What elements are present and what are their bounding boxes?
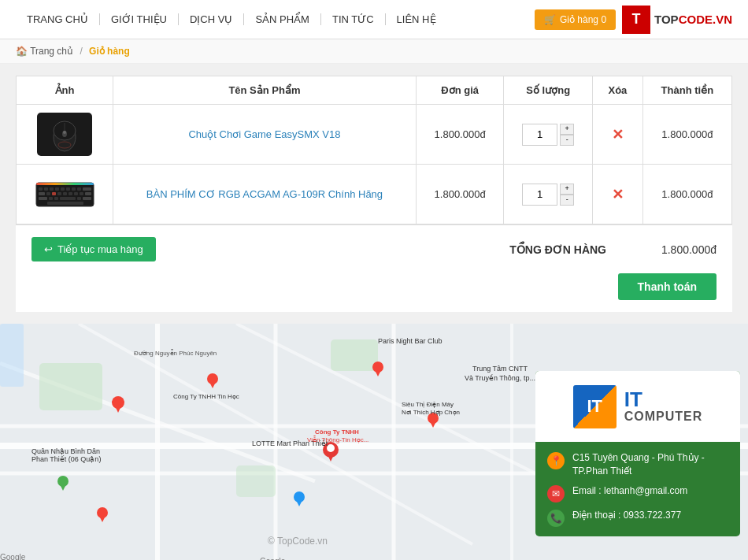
info-logo-area: IT IT COMPUTER <box>535 371 740 442</box>
nav-about[interactable]: GIỚI THIỆU <box>100 13 179 25</box>
checkout-button[interactable]: Thanh toán <box>618 273 717 300</box>
company-logo: IT IT COMPUTER <box>573 385 703 428</box>
col-image: Ảnh <box>17 76 113 105</box>
back-arrow-icon: ↩ <box>44 243 53 255</box>
qty-input-2[interactable] <box>522 184 557 206</box>
qty-btns-1: + - <box>560 124 574 146</box>
email-icon: ✉ <box>547 485 565 503</box>
continue-label: Tiếp tục mua hàng <box>57 243 143 255</box>
phone-icon: 📞 <box>547 510 565 527</box>
svg-rect-20 <box>57 192 61 195</box>
product-name-2: BÀN PHÍM CƠ RGB ACGAM AG-109R Chính Hãng <box>113 165 417 224</box>
phone-text: Điện thoại : 0933.722.377 <box>572 509 681 522</box>
it-logo-text: IT <box>587 396 602 417</box>
svg-text:Viễn Thông-Tin Học...: Viễn Thông-Tin Học... <box>307 436 368 443</box>
cart-button[interactable]: 🛒 Giỏ hàng 0 <box>535 9 616 30</box>
qty-group-1: + - <box>516 124 580 146</box>
svg-rect-16 <box>83 187 91 191</box>
nav-service[interactable]: DỊCH VỤ <box>179 13 244 25</box>
email-row: ✉ Email : lethanh@gmail.com <box>547 484 728 503</box>
continue-shopping-button[interactable]: ↩ Tiếp tục mua hàng <box>31 237 156 261</box>
checkout-row: Thanh toán <box>16 273 732 312</box>
qty-input-1[interactable] <box>522 124 557 146</box>
product-image-1 <box>17 105 113 165</box>
svg-rect-7 <box>36 183 94 185</box>
col-qty: Số lượng <box>504 76 593 105</box>
col-total: Thành tiền <box>642 76 731 105</box>
address-row: 📍 C15 Tuyên Quang - Phú Thủy - TP.Phan T… <box>547 451 728 478</box>
svg-rect-10 <box>50 187 54 191</box>
cart-row-2: BÀN PHÍM CƠ RGB ACGAM AG-109R Chính Hãng… <box>17 165 732 224</box>
svg-rect-32 <box>47 202 83 205</box>
svg-text:Nơi Thích Hợp Chọn: Nơi Thích Hợp Chọn <box>402 409 460 416</box>
company-name-text: IT COMPUTER <box>624 389 703 424</box>
svg-text:Công Ty TNHH Tin Học: Công Ty TNHH Tin Học <box>173 393 239 400</box>
product-link-2[interactable]: BÀN PHÍM CƠ RGB ACGAM AG-109R Chính Hãng <box>146 188 383 200</box>
svg-rect-29 <box>60 197 76 200</box>
header: TRANG CHỦ GIỚI THIỆU DỊCH VỤ SẢN PHẨM TI… <box>0 0 748 39</box>
mouse-img <box>37 113 92 156</box>
info-card-body: 📍 C15 Tuyên Quang - Phú Thủy - TP.Phan T… <box>535 442 740 536</box>
qty-down-2[interactable]: - <box>560 195 574 206</box>
svg-text:Paris Night Bar Club: Paris Night Bar Club <box>378 337 443 345</box>
col-price: Đơn giá <box>416 76 504 105</box>
header-right: 🛒 Giỏ hàng 0 T TOPCODE.VN <box>535 6 732 34</box>
breadcrumb-current: Giỏ hàng <box>89 46 130 57</box>
map-section: Quân Nhậu Bình Dân Phan Thiết (06 Quận) … <box>0 324 748 560</box>
qty-up-2[interactable]: + <box>560 184 574 195</box>
delete-button-1[interactable]: ✕ <box>612 126 624 143</box>
breadcrumb-sep: / <box>80 46 82 57</box>
svg-text:Và Truyền Thông, tp...: Và Truyền Thông, tp... <box>465 374 535 382</box>
keyboard-img <box>35 172 94 216</box>
product-price-2: 1.800.000đ <box>416 165 504 224</box>
svg-rect-21 <box>63 192 67 195</box>
cart-row-1: Chuột Chơi Game EasySMX V18 1.800.000đ +… <box>17 105 732 165</box>
svg-rect-18 <box>46 192 50 195</box>
svg-rect-30 <box>77 197 81 200</box>
cart-icon: 🛒 <box>544 14 556 25</box>
svg-text:Quân Nhậu Bình Dân: Quân Nhậu Bình Dân <box>31 447 100 455</box>
nav-products[interactable]: SẢN PHẨM <box>244 13 321 25</box>
site-logo: T TOPCODE.VN <box>622 6 732 34</box>
svg-point-50 <box>327 444 335 452</box>
home-icon: 🏠 <box>16 46 28 57</box>
product-name-1: Chuột Chơi Game EasySMX V18 <box>113 105 417 165</box>
svg-rect-22 <box>69 192 72 195</box>
svg-rect-46 <box>236 465 276 497</box>
product-qty-1: + - <box>504 105 593 165</box>
qty-down-1[interactable]: - <box>560 135 574 146</box>
nav-contact[interactable]: LIÊN HỆ <box>386 13 447 25</box>
breadcrumb-home[interactable]: Trang chủ <box>30 46 73 57</box>
logo-icon-box: T <box>622 6 650 34</box>
svg-text:© TopCode.vn: © TopCode.vn <box>268 536 328 547</box>
nav-home[interactable]: TRANG CHỦ <box>16 13 100 25</box>
qty-btns-2: + - <box>560 184 574 206</box>
address-text: C15 Tuyên Quang - Phú Thủy - TP.Phan Thi… <box>572 451 728 478</box>
breadcrumb: 🏠 Trang chủ / Giỏ hàng <box>0 39 748 64</box>
svg-text:Phan Thiết (06 Quận): Phan Thiết (06 Quận) <box>31 455 101 463</box>
nav-news[interactable]: TIN TỨC <box>321 13 386 25</box>
delete-button-2[interactable]: ✕ <box>612 186 624 203</box>
svg-rect-31 <box>83 197 91 200</box>
cart-footer: ↩ Tiếp tục mua hàng TỔNG ĐƠN HÀNG 1.800.… <box>16 224 732 273</box>
qty-group-2: + - <box>516 184 580 206</box>
it-text: IT <box>624 389 703 410</box>
svg-rect-24 <box>80 192 83 195</box>
product-link-1[interactable]: Chuột Chơi Game EasySMX V18 <box>188 128 340 140</box>
svg-rect-44 <box>39 363 102 410</box>
cart-label: Giỏ hàng 0 <box>560 14 606 25</box>
col-name: Tên Sản Phẩm <box>113 76 417 105</box>
info-card: IT IT COMPUTER 📍 C15 Tuyên Quang - Phú T… <box>535 371 740 536</box>
svg-rect-47 <box>0 324 24 387</box>
svg-text:Google: Google <box>260 557 286 560</box>
svg-rect-12 <box>61 187 65 191</box>
company-logo-icon: IT <box>573 385 617 428</box>
computer-text: COMPUTER <box>624 410 703 424</box>
qty-up-1[interactable]: + <box>560 124 574 135</box>
main-nav: TRANG CHỦ GIỚI THIỆU DỊCH VỤ SẢN PHẨM TI… <box>16 13 447 25</box>
svg-rect-11 <box>55 187 59 191</box>
svg-rect-23 <box>74 192 78 195</box>
svg-rect-45 <box>331 339 378 371</box>
svg-rect-9 <box>44 187 48 191</box>
logo-text: TOPCODE.VN <box>654 13 732 26</box>
